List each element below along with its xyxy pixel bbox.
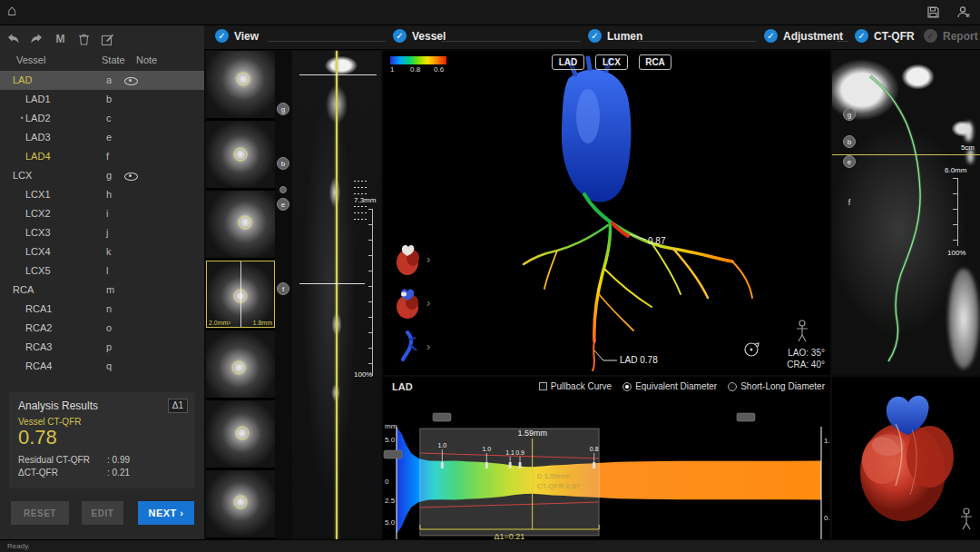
edit-button[interactable]: EDIT xyxy=(82,501,123,525)
table-row[interactable]: RCA4q xyxy=(0,357,204,376)
option-short-long-diameter[interactable]: Short-Long Diameter xyxy=(728,381,825,391)
undo-icon[interactable] xyxy=(5,32,21,47)
state-value: p xyxy=(106,338,112,357)
next-button[interactable]: NEXT › xyxy=(138,501,194,525)
tab-vessel[interactable]: ✓Vessel xyxy=(393,29,446,43)
vessel-button-lad[interactable]: LAD xyxy=(552,54,584,70)
state-value: g xyxy=(106,166,112,185)
reset-button[interactable]: RESET xyxy=(11,501,69,525)
cross-section-thumb[interactable] xyxy=(206,400,275,468)
tab-ctqfr[interactable]: ✓CT-QFR xyxy=(855,29,915,43)
option-pullback-curve[interactable]: Pullback Curve xyxy=(539,381,612,391)
redo-icon[interactable] xyxy=(29,32,44,47)
table-row[interactable]: LCX3j xyxy=(0,223,204,242)
heart-3d-view[interactable] xyxy=(832,377,980,539)
table-row[interactable]: LCX2i xyxy=(0,204,204,223)
tab-label: CT-QFR xyxy=(874,30,915,43)
table-row[interactable]: LCX1h xyxy=(0,185,204,204)
table-row[interactable]: LAD3e xyxy=(0,128,204,147)
preset-view-thumb[interactable] xyxy=(392,327,423,365)
table-row[interactable]: RCA3p xyxy=(0,338,204,357)
user-logout-icon[interactable] xyxy=(956,5,971,20)
state-value: e xyxy=(106,128,112,147)
cross-section-thumb[interactable]: 2.0mm²1.8mm xyxy=(206,261,275,328)
cross-section-thumb[interactable] xyxy=(206,51,275,118)
vessel-button-lcx[interactable]: LCX xyxy=(595,54,628,70)
marker-b[interactable]: b xyxy=(277,157,289,170)
viewer-3d[interactable]: 10.80.6 LADLCXRCA xyxy=(383,51,830,375)
visibility-eye-icon[interactable] xyxy=(124,170,137,182)
cross-section-thumb[interactable] xyxy=(206,121,275,188)
marker-f[interactable]: f xyxy=(277,282,289,295)
table-row[interactable]: RCA2o xyxy=(0,319,204,338)
pullback-curve-chart[interactable]: 1.01.01.10.90.81.59mmΔ1=0.21D 1.59mmCT-Q… xyxy=(383,397,830,539)
svg-text:1.0: 1.0 xyxy=(482,446,491,452)
table-row[interactable]: RCA1n xyxy=(0,300,204,319)
edit-note-icon[interactable] xyxy=(100,32,115,47)
svg-text:0.9: 0.9 xyxy=(515,449,524,456)
table-row[interactable]: RCAm xyxy=(0,281,204,300)
cpr-marker-e[interactable]: e xyxy=(843,155,856,168)
option-label: Equivalent Diameter xyxy=(635,381,717,391)
radio-icon xyxy=(622,382,632,391)
radio-icon xyxy=(728,382,737,391)
curve-options: Pullback CurveEquivalent DiameterShort-L… xyxy=(539,381,825,391)
chevron-right-icon[interactable]: › xyxy=(426,340,430,353)
table-row[interactable]: LAD1b xyxy=(0,90,204,109)
check-icon: ✓ xyxy=(764,29,778,43)
table-row[interactable]: LCXg xyxy=(0,166,204,185)
vessel-name: LAD4 xyxy=(25,147,51,166)
svg-text:D 1.59mm: D 1.59mm xyxy=(537,472,571,480)
table-row[interactable]: LCX4k xyxy=(0,242,204,261)
straightened-view[interactable]: 7.3mm 100% xyxy=(292,51,381,539)
tab-divider xyxy=(638,41,756,42)
vessel-name: LCX3 xyxy=(25,223,51,242)
state-value: n xyxy=(106,300,112,319)
table-row[interactable]: ‣LAD2c xyxy=(0,109,204,128)
curve-header: LAD Pullback CurveEquivalent DiameterSho… xyxy=(383,377,830,397)
tab-lumen[interactable]: ✓Lumen xyxy=(588,29,642,43)
table-row[interactable]: LCX5l xyxy=(0,261,204,281)
cross-section-thumb[interactable] xyxy=(206,330,275,398)
cpr-marker-b[interactable]: b xyxy=(843,135,856,148)
qfr-colorbar xyxy=(390,56,446,64)
diameter-label: 1.8mm xyxy=(253,320,272,326)
delta-badge: Δ1 xyxy=(168,399,188,413)
marker-g[interactable]: g xyxy=(277,103,289,115)
chevron-right-icon[interactable]: › xyxy=(426,296,430,310)
scale-label: 5cm xyxy=(961,143,975,152)
cpr-marker-f[interactable]: f xyxy=(843,196,856,209)
tab-view[interactable]: ✓View xyxy=(215,29,259,43)
option-label: Pullback Curve xyxy=(551,381,612,391)
option-equivalent-diameter[interactable]: Equivalent Diameter xyxy=(622,381,717,391)
vessel-button-rca[interactable]: RCA xyxy=(639,54,671,70)
cpr-marker-g[interactable]: g xyxy=(843,108,856,121)
chevron-right-icon[interactable]: › xyxy=(426,252,430,266)
colorbar-tick: 0.8 xyxy=(410,65,420,74)
table-row[interactable]: LADa xyxy=(0,71,204,90)
cra-angle: CRA: 40° xyxy=(787,359,825,370)
svg-text:0.8: 0.8 xyxy=(590,446,599,452)
preset-view-thumb[interactable] xyxy=(392,240,423,278)
svg-text:1.0: 1.0 xyxy=(824,437,830,445)
cpr-view[interactable]: 5cm 6.0mm 100% gbef xyxy=(832,51,980,375)
marker-strip: gbef xyxy=(275,51,292,539)
delta-row: ΔCT-QFR : 0.21 xyxy=(18,468,186,478)
tab-adjustment[interactable]: ✓Adjustment xyxy=(764,29,843,43)
save-icon[interactable] xyxy=(926,5,941,20)
marker-e[interactable]: e xyxy=(277,198,289,211)
cross-section-thumb[interactable] xyxy=(206,191,275,258)
measure-icon[interactable]: M xyxy=(53,32,68,47)
home-icon[interactable]: ⌂ xyxy=(7,2,16,20)
state-value: a xyxy=(106,71,112,90)
visibility-eye-icon[interactable] xyxy=(124,74,137,86)
table-row[interactable]: LAD4f xyxy=(0,147,204,166)
preset-view-thumb[interactable] xyxy=(392,283,423,321)
state-value: q xyxy=(106,357,112,376)
trash-icon[interactable] xyxy=(76,32,92,47)
body-orientation-icon xyxy=(961,508,972,529)
state-value: l xyxy=(106,261,108,281)
cross-section-thumb[interactable] xyxy=(206,470,275,537)
tab-report[interactable]: ✓Report xyxy=(924,29,978,43)
vessel-name: LCX4 xyxy=(25,242,51,261)
